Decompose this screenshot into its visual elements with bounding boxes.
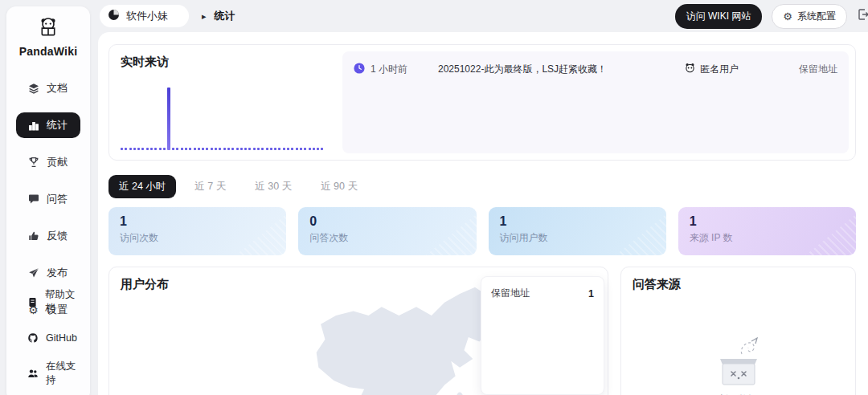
stat-value: 1: [500, 214, 655, 229]
chart-zero-dot: [261, 148, 264, 150]
stat-value: 1: [120, 214, 275, 229]
chart-zero-dot: [185, 148, 187, 150]
chart-zero-dot: [146, 148, 149, 150]
sidebar-item-label: 贡献: [47, 155, 68, 169]
gear-icon: ⚙: [783, 11, 792, 22]
topbar-actions: 访问 WIKI 网站 ⚙ 系统配置: [675, 4, 862, 29]
visit-page-title: 20251022-此为最终版，LSJ赶紧收藏！: [438, 63, 685, 76]
docs-layers-icon: [27, 83, 39, 95]
sidebar-item-label: 反馈: [47, 229, 68, 243]
sidebar-item-label: 帮助文档: [45, 288, 77, 316]
stat-label: 来源 IP 数: [690, 231, 845, 245]
feedback-thumb-icon: [27, 230, 39, 242]
breadcrumb-chevron-icon: ▸: [202, 11, 207, 22]
chart-zero-dot: [291, 148, 293, 150]
chart-zero-dot: [176, 148, 178, 150]
chart-zero-dot: [121, 148, 123, 150]
chart-zero-dot: [257, 148, 260, 150]
tab-last-24h[interactable]: 近 24 小时: [108, 175, 176, 198]
distribution-list-row[interactable]: 保留地址 1: [491, 287, 594, 300]
chart-zero-dot: [321, 148, 323, 150]
tab-last-30d[interactable]: 近 30 天: [244, 175, 302, 198]
chart-zero-dot: [150, 148, 153, 150]
stats-chart-icon: [27, 120, 39, 132]
visit-row[interactable]: 1 小时前 20251022-此为最终版，LSJ赶紧收藏！ 匿名用户 保留地址: [354, 58, 837, 80]
qa-chat-icon: [27, 193, 39, 206]
chart-zero-dot: [215, 148, 217, 150]
chart-zero-dot: [129, 148, 132, 150]
chart-zero-dot: [202, 148, 204, 150]
qa-empty-state: 暂无数据: [706, 336, 771, 395]
sidebar-footer: 帮助文档 GitHub 在线支持: [6, 282, 90, 395]
sidebar-item-contribution[interactable]: 贡献: [16, 149, 80, 175]
chart-zero-dot: [198, 148, 200, 150]
sidebar: PandaWiki 文档 统计 贡献 问答: [6, 6, 90, 395]
chart-zero-dot: [172, 148, 174, 150]
sidebar-item-label: 发布: [47, 266, 68, 280]
sidebar-item-stats[interactable]: 统计: [16, 112, 80, 138]
user-distribution-title: 用户分布: [121, 277, 169, 292]
distribution-region-value: 1: [588, 288, 594, 299]
sidebar-item-label: GitHub: [46, 332, 77, 344]
chart-zero-dot: [163, 148, 166, 150]
chart-zero-dot: [270, 148, 272, 150]
kb-icon: [108, 9, 120, 23]
sidebar-item-help-docs[interactable]: 帮助文档: [16, 282, 80, 322]
time-range-tabs: 近 24 小时 近 7 天 近 30 天 近 90 天: [108, 175, 368, 198]
tab-last-90d[interactable]: 近 90 天: [310, 175, 368, 198]
sidebar-item-online-support[interactable]: 在线支持: [16, 353, 80, 393]
chart-zero-dot: [253, 148, 256, 150]
visit-user: 匿名用户: [685, 63, 780, 76]
chart-zero-dot: [223, 148, 226, 150]
pandawiki-admin-dashboard: { "app": { "name": "PandaWiki" }, "topba…: [0, 0, 868, 395]
chart-zero-dot: [283, 148, 285, 150]
sidebar-item-qa[interactable]: 问答: [16, 186, 80, 212]
empty-box-illustration: [706, 375, 771, 389]
realtime-visits-card: 实时来访 1 小时前 20251022-此为最终版，LSJ赶紧收藏！ 匿名用户 …: [108, 44, 856, 161]
stat-label: 访问用户数: [500, 231, 655, 245]
app-logo[interactable]: PandaWiki: [6, 16, 90, 58]
distribution-list-panel: 保留地址 1: [481, 276, 604, 395]
realtime-visits-chart: [121, 73, 326, 150]
app-name: PandaWiki: [19, 45, 77, 58]
chart-zero-dot: [278, 148, 280, 150]
release-send-icon: [27, 267, 39, 279]
sidebar-item-feedback[interactable]: 反馈: [16, 223, 80, 249]
github-icon: [27, 332, 39, 344]
chart-zero-dot: [274, 148, 276, 150]
chart-zero-dot: [309, 148, 311, 150]
chart-zero-dot: [236, 148, 239, 150]
chart-zero-dot: [248, 148, 251, 150]
chart-zero-dot: [211, 148, 213, 150]
distribution-region-label: 保留地址: [491, 287, 530, 300]
system-config-label: 系统配置: [797, 10, 836, 23]
sidebar-item-label: 问答: [47, 192, 68, 206]
visit-wiki-button[interactable]: 访问 WIKI 网站: [675, 4, 763, 29]
sidebar-item-github[interactable]: GitHub: [16, 325, 80, 350]
system-config-button[interactable]: ⚙ 系统配置: [772, 4, 847, 29]
panda-logo-icon: [37, 16, 59, 42]
tab-last-7d[interactable]: 近 7 天: [184, 175, 236, 198]
chart-zero-dot: [159, 148, 162, 150]
sidebar-item-docs[interactable]: 文档: [16, 75, 80, 101]
chart-zero-dot: [154, 148, 157, 150]
breadcrumb-root[interactable]: 软件小妹: [100, 5, 189, 27]
realtime-visits-list: 1 小时前 20251022-此为最终版，LSJ赶紧收藏！ 匿名用户 保留地址: [342, 51, 849, 153]
logout-icon[interactable]: [857, 8, 868, 24]
stat-label: 访问次数: [120, 231, 275, 245]
breadcrumb-root-label: 软件小妹: [126, 9, 168, 23]
help-doc-icon: [27, 296, 38, 308]
chart-zero-dot: [194, 148, 196, 150]
contribution-trophy-icon: [27, 157, 39, 169]
chart-zero-dot: [296, 148, 298, 150]
stat-cards-row: 1 访问次数 0 问答次数 1 访问用户数 1 来源 IP 数: [108, 207, 856, 255]
chart-zero-dot: [133, 148, 136, 150]
chart-zero-dot: [231, 148, 234, 150]
breadcrumb-current: 统计: [215, 9, 235, 23]
sidebar-item-label: 在线支持: [46, 360, 77, 387]
stat-value: 1: [690, 214, 845, 229]
visit-user-label: 匿名用户: [700, 63, 739, 76]
sidebar-item-label: 统计: [47, 118, 68, 132]
chart-zero-dot: [206, 148, 208, 150]
chart-zero-dot: [141, 148, 144, 150]
